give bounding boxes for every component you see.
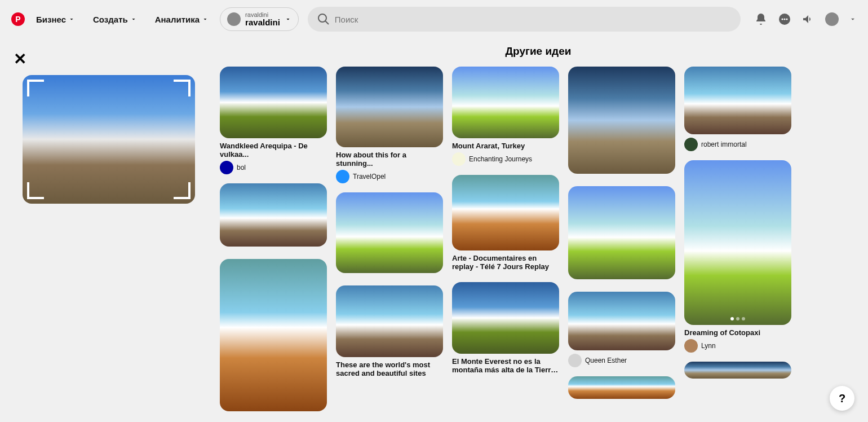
- author-name: TravelOpel: [353, 173, 386, 181]
- pin-title: How about this for a stunning...: [336, 151, 443, 168]
- author-name: Lynn: [701, 342, 716, 350]
- user-main: ravaldini: [245, 18, 280, 28]
- chevron-down-icon: [130, 16, 137, 23]
- search-input[interactable]: [335, 15, 732, 24]
- crop-handle[interactable]: [27, 182, 44, 199]
- pin[interactable]: How about this for a stunning...TravelOp…: [336, 67, 443, 183]
- pin-author[interactable]: TravelOpel: [336, 170, 443, 183]
- pin[interactable]: Wandkleed Arequipa - De vulkaa...bol: [220, 67, 327, 174]
- pin[interactable]: robert immortal: [684, 67, 791, 151]
- author-name: Queen Esther: [585, 357, 627, 364]
- search-bar[interactable]: [308, 7, 741, 32]
- crop-handle[interactable]: [174, 182, 191, 199]
- pin[interactable]: [684, 362, 791, 382]
- crop-handle[interactable]: [27, 80, 44, 96]
- pin[interactable]: Dreaming of CotopaxiLynn: [684, 160, 791, 353]
- author-avatar: [684, 138, 698, 151]
- pin-author[interactable]: Queen Esther: [568, 354, 675, 367]
- author-avatar: [336, 170, 349, 183]
- pin-image: [220, 183, 327, 247]
- nav-create[interactable]: Создать: [86, 10, 144, 29]
- pin-title: El Monte Everest no es la montaña más al…: [452, 357, 559, 374]
- pin-image: [336, 67, 443, 147]
- bell-icon[interactable]: [754, 12, 768, 26]
- pin[interactable]: [568, 67, 675, 177]
- megaphone-icon[interactable]: [801, 12, 815, 26]
- pin-title: Wandkleed Arequipa - De vulkaa...: [220, 142, 327, 159]
- source-image-crop[interactable]: [23, 75, 195, 204]
- svg-point-3: [782, 19, 783, 20]
- author-name: bol: [237, 164, 246, 172]
- svg-point-4: [784, 19, 786, 20]
- pin[interactable]: El Monte Everest no es la montaña más al…: [452, 282, 559, 376]
- pin-image: [568, 292, 675, 350]
- pin-image: [336, 192, 443, 273]
- pin-image: [684, 160, 791, 325]
- user-sub: ravaldini: [245, 11, 280, 18]
- svg-point-5: [786, 19, 788, 20]
- search-icon: [317, 12, 330, 26]
- pin-title: Dreaming of Cotopaxi: [684, 328, 791, 337]
- pin[interactable]: These are the world's most sacred and be…: [336, 285, 443, 380]
- pin-image: [452, 67, 559, 138]
- author-name: robert immortal: [701, 140, 747, 148]
- pin[interactable]: [220, 183, 327, 250]
- chevron-down-icon: [202, 16, 209, 23]
- author-name: Enchanting Journeys: [469, 155, 532, 163]
- carousel-dots: [730, 317, 745, 320]
- pin-image: [220, 67, 327, 138]
- pin-image: [568, 376, 675, 399]
- pin[interactable]: [220, 259, 327, 415]
- pin-author[interactable]: bol: [220, 161, 327, 174]
- author-avatar: [684, 339, 698, 353]
- pin[interactable]: Queen Esther: [568, 292, 675, 367]
- svg-point-0: [318, 14, 326, 22]
- pin[interactable]: Arte - Documentaires en replay - Télé 7 …: [452, 175, 559, 273]
- pin-image: [336, 285, 443, 357]
- pin-image: [220, 259, 327, 411]
- pin-image: [684, 362, 791, 379]
- profile-avatar[interactable]: [825, 12, 839, 26]
- nav-business[interactable]: Бизнес: [29, 10, 82, 29]
- pin-author[interactable]: robert immortal: [684, 138, 791, 151]
- pin-grid: Wandkleed Arequipa - De vulkaa...bolHow …: [220, 67, 857, 415]
- pin-title: These are the world's most sacred and be…: [336, 361, 443, 377]
- header: P Бизнес Создать Аналитика ravaldini rav…: [0, 0, 868, 38]
- pin-image: [684, 67, 791, 134]
- help-button[interactable]: ?: [830, 386, 854, 411]
- user-chip[interactable]: ravaldini ravaldini: [220, 7, 299, 32]
- nav-analytics[interactable]: Аналитика: [148, 10, 215, 29]
- pin[interactable]: [568, 376, 675, 402]
- pin-title: Mount Ararat, Turkey: [452, 142, 559, 150]
- pinterest-logo[interactable]: P: [11, 12, 25, 26]
- author-avatar: [220, 161, 233, 174]
- chevron-down-icon: [68, 16, 75, 23]
- pin-image: [452, 282, 559, 354]
- pin-author[interactable]: Enchanting Journeys: [452, 152, 559, 166]
- pin[interactable]: [568, 186, 675, 283]
- user-avatar: [227, 12, 241, 26]
- chevron-down-icon[interactable]: [849, 15, 857, 23]
- pin-image: [568, 67, 675, 174]
- author-avatar: [452, 152, 466, 166]
- pin[interactable]: [336, 192, 443, 276]
- source-image: [23, 75, 195, 204]
- crop-handle[interactable]: [174, 80, 191, 96]
- pin-image: [568, 186, 675, 279]
- chat-icon[interactable]: [778, 12, 791, 26]
- close-button[interactable]: ✕: [14, 50, 197, 68]
- pin-title: Arte - Documentaires en replay - Télé 7 …: [452, 254, 559, 271]
- pin-author[interactable]: Lynn: [684, 339, 791, 353]
- author-avatar: [568, 354, 582, 367]
- chevron-down-icon: [285, 16, 291, 23]
- pin[interactable]: Mount Ararat, TurkeyEnchanting Journeys: [452, 67, 559, 166]
- section-title: Другие идеи: [220, 45, 857, 58]
- svg-line-1: [325, 21, 329, 24]
- pin-image: [452, 175, 559, 250]
